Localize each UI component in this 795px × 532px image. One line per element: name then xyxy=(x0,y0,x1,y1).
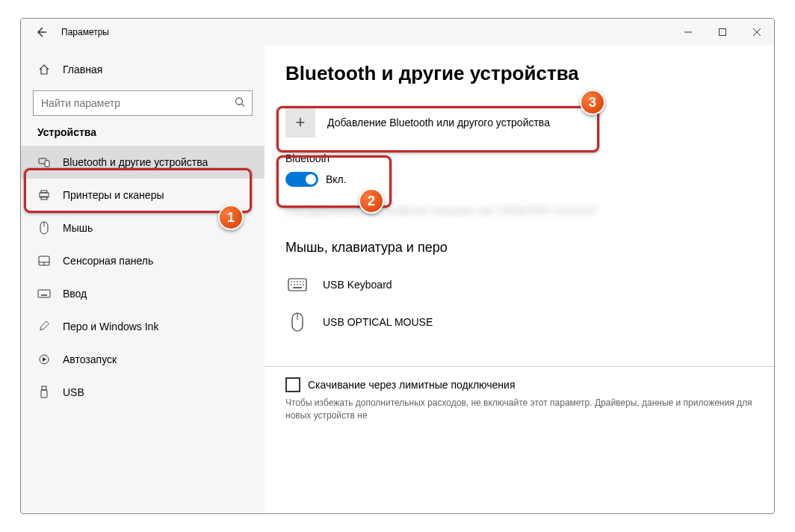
sidebar-item-bluetooth[interactable]: Bluetooth и другие устройства xyxy=(21,146,265,179)
sidebar-item-label: USB xyxy=(63,386,84,398)
window-controls xyxy=(671,19,774,46)
sidebar-item-label: Bluetooth и другие устройства xyxy=(63,156,208,168)
sidebar-item-typing[interactable]: Ввод xyxy=(21,277,265,310)
sidebar-item-printers[interactable]: Принтеры и сканеры xyxy=(21,179,265,211)
sidebar-item-label: Сенсорная панель xyxy=(63,255,153,267)
sidebar-item-pen[interactable]: Перо и Windows Ink xyxy=(21,310,265,343)
back-button[interactable] xyxy=(31,22,51,42)
svg-rect-7 xyxy=(45,161,49,167)
sidebar-item-label: Перо и Windows Ink xyxy=(63,321,158,332)
divider xyxy=(265,366,774,367)
usb-icon xyxy=(37,386,51,399)
close-icon xyxy=(752,28,761,37)
section-mouse-kb-pen: Мышь, клавиатура и перо xyxy=(285,240,753,256)
mouse-icon xyxy=(37,221,51,235)
sidebar-home[interactable]: Главная xyxy=(21,55,265,84)
autoplay-icon xyxy=(37,353,51,366)
sidebar-item-autoplay[interactable]: Автозапуск xyxy=(21,343,265,376)
download-metered-checkbox[interactable] xyxy=(285,377,300,392)
devices-icon xyxy=(37,155,51,169)
search-box[interactable] xyxy=(33,90,253,116)
download-metered-label: Скачивание через лимитные подключения xyxy=(308,379,515,391)
search-input[interactable] xyxy=(41,97,226,109)
mouse-icon xyxy=(285,312,309,332)
bluetooth-label: Bluetooth xyxy=(285,152,753,164)
svg-point-4 xyxy=(236,98,243,105)
settings-window: Параметры Главная xyxy=(20,18,775,514)
device-label: USB OPTICAL MOUSE xyxy=(323,316,433,328)
minimize-button[interactable] xyxy=(671,19,705,46)
printer-icon xyxy=(37,188,51,202)
sidebar-category: Устройства xyxy=(21,126,265,146)
download-metered-row: Скачивание через лимитные подключения xyxy=(285,377,753,392)
add-device-button[interactable]: + Добавление Bluetooth или другого устро… xyxy=(285,102,753,143)
discoverable-text-blurred: Обнаруживаемое устройство показано как "… xyxy=(285,203,753,219)
titlebar: Параметры xyxy=(21,19,774,46)
keyboard-icon xyxy=(285,278,309,291)
window-title: Параметры xyxy=(61,27,109,37)
keyboard-icon xyxy=(37,287,51,300)
touchpad-icon xyxy=(37,254,51,267)
pen-icon xyxy=(37,320,51,333)
svg-rect-16 xyxy=(38,290,50,297)
svg-rect-9 xyxy=(41,191,47,193)
sidebar-item-label: Принтеры и сканеры xyxy=(63,189,164,201)
device-label: USB Keyboard xyxy=(323,279,392,291)
sidebar-home-label: Главная xyxy=(63,64,102,75)
svg-rect-24 xyxy=(41,390,47,398)
device-row-mouse[interactable]: USB OPTICAL MOUSE xyxy=(285,303,753,341)
sidebar-item-mouse[interactable]: Мышь xyxy=(21,211,265,244)
home-icon xyxy=(37,63,51,76)
bluetooth-toggle-state: Вкл. xyxy=(326,173,347,185)
svg-line-5 xyxy=(242,104,245,107)
device-row-keyboard[interactable]: USB Keyboard xyxy=(285,266,753,303)
maximize-button[interactable] xyxy=(705,19,740,46)
download-metered-hint: Чтобы избежать дополнительных расходов, … xyxy=(285,397,753,422)
sidebar: Главная Устройства Bluetooth и другие ус… xyxy=(21,46,265,513)
sidebar-item-label: Ввод xyxy=(63,288,87,300)
main-content: Bluetooth и другие устройства + Добавлен… xyxy=(265,46,774,513)
page-title: Bluetooth и другие устройства xyxy=(285,62,753,85)
sidebar-item-touchpad[interactable]: Сенсорная панель xyxy=(21,244,265,277)
bluetooth-toggle[interactable] xyxy=(285,172,318,187)
plus-icon: + xyxy=(285,108,315,137)
arrow-left-icon xyxy=(35,26,47,38)
svg-rect-23 xyxy=(42,386,46,390)
sidebar-item-label: Автозапуск xyxy=(63,353,117,365)
close-button[interactable] xyxy=(740,19,774,46)
sidebar-item-usb[interactable]: USB xyxy=(21,376,265,409)
add-device-label: Добавление Bluetooth или другого устройс… xyxy=(327,117,550,129)
search-icon xyxy=(234,96,246,111)
sidebar-item-label: Мышь xyxy=(63,222,93,234)
maximize-icon xyxy=(718,28,727,37)
minimize-icon xyxy=(684,28,693,37)
svg-rect-1 xyxy=(720,29,726,36)
